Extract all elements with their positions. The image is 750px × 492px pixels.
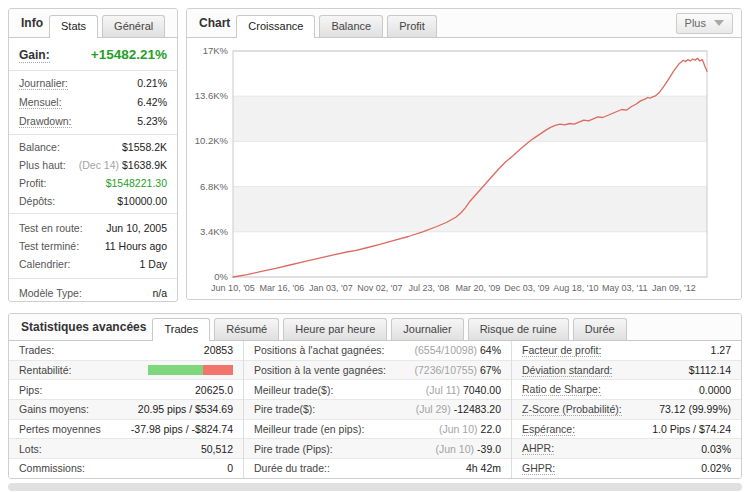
info-row-value: 5.23% <box>137 115 167 127</box>
info-row-label: Test terminé: <box>19 240 79 252</box>
stat-row-label: Pips: <box>19 384 42 396</box>
value-text: 1.0 Pips / $74.24 <box>652 423 731 435</box>
info-stats-list: Journalier:0.21%Mensuel:6.42%Drawdown:5.… <box>9 70 177 302</box>
info-row-value: 11 Hours ago <box>105 240 167 252</box>
value-text: 1 Day <box>140 258 167 270</box>
value-text: -39.0 <box>477 443 501 455</box>
stat-row-label: Meilleur trade($): <box>254 384 333 396</box>
stat-row-label[interactable]: Espérance: <box>522 423 575 436</box>
info-row-label[interactable]: Journalier: <box>19 77 68 90</box>
value-text: -12483.20 <box>454 403 501 415</box>
plus-dropdown-button[interactable]: Plus <box>676 13 733 34</box>
stat-row-label: Durée du trade:: <box>254 462 330 474</box>
chart-panel-header: Chart CroissanceBalanceProfit Plus <box>187 9 741 38</box>
tab-dur-e[interactable]: Durée <box>573 318 627 340</box>
tab-g-n-ral[interactable]: Général <box>102 15 165 37</box>
value-text: 0.03% <box>701 443 731 455</box>
info-panel-header: Info StatsGénéral <box>9 9 177 38</box>
value-text: 7040.00 <box>463 384 501 396</box>
info-row: Plus haut:(Dec 14)$1638.9K <box>9 156 177 174</box>
info-row: Profit:$1548221.30 <box>9 174 177 192</box>
stat-row-label: Pire trade($): <box>254 403 315 415</box>
info-row-label[interactable]: Drawdown: <box>19 115 72 128</box>
value-text: 73.12 (99.99%) <box>659 403 731 415</box>
info-row-value: 6.42% <box>137 96 167 108</box>
info-row-label: Balance: <box>19 141 60 153</box>
y-axis-tick: 3.4K% <box>200 226 229 237</box>
stat-row-value: 20625.0 <box>195 384 233 396</box>
tab-profit[interactable]: Profit <box>387 15 437 37</box>
stat-row-label[interactable]: AHPR: <box>522 442 554 455</box>
info-row: Balance:$1558.2K <box>9 138 177 156</box>
stats-panel-header: Statistiques avancées TradesRésuméHeure … <box>9 314 741 341</box>
value-text: $1548221.30 <box>106 177 167 189</box>
value-text: $1112.14 <box>689 364 731 376</box>
x-axis-tick: Dec 03, '09 <box>504 283 549 293</box>
info-row: Drawdown:5.23% <box>9 112 177 131</box>
value-text: 6.42% <box>137 96 167 108</box>
profitability-bar <box>148 365 233 375</box>
stat-row: Meilleur trade (en pips):(Jun 10)22.0 <box>244 420 511 440</box>
tab-croissance[interactable]: Croissance <box>236 15 315 38</box>
x-axis-tick: Mar 16, '06 <box>260 283 305 293</box>
value-text: 5.23% <box>137 115 167 127</box>
stat-row-label[interactable]: Z-Score (Probabilité): <box>522 403 622 416</box>
info-row-value: $1548221.30 <box>106 177 167 189</box>
stat-row-label: Rentabilité: <box>19 364 72 376</box>
value-date-prefix: (Dec 14) <box>79 159 119 171</box>
stat-row-label: Positions à l'achat gagnées: <box>254 344 384 356</box>
info-row-value: 1 Day <box>140 258 167 270</box>
tab-heure-par-heure[interactable]: Heure par heure <box>283 318 387 340</box>
stat-row-label[interactable]: Déviation standard: <box>522 364 612 377</box>
stats-column: Facteur de profit:1.27Déviation standard… <box>512 341 741 479</box>
value-text: 20853 <box>204 344 233 356</box>
value-text: -37.98 pips / -$824.74 <box>131 423 233 435</box>
plot-band <box>233 187 707 232</box>
horizontal-scrollbar[interactable] <box>8 483 742 491</box>
info-tabs: StatsGénéral <box>49 15 165 37</box>
value-text: 0.0000 <box>699 384 731 396</box>
y-axis-tick: 0% <box>214 271 228 282</box>
stats-table: Trades:20853Rentabilité:Pips:20625.0Gain… <box>9 341 741 479</box>
tab-trades[interactable]: Trades <box>152 318 210 341</box>
gain-label[interactable]: Gain: <box>19 48 50 63</box>
info-panel: Info StatsGénéral Gain: +15482.21% Journ… <box>8 8 178 302</box>
tab-risque-de-ruine[interactable]: Risque de ruine <box>468 318 569 340</box>
info-row-value: $1558.2K <box>122 141 167 153</box>
stat-row-label: Position à la vente gagnées: <box>254 364 386 376</box>
value-text: $1638.9K <box>122 159 167 171</box>
plot-background <box>233 51 707 277</box>
stat-row: Pips:20625.0 <box>9 380 243 400</box>
x-axis-tick: Jan 09, '12 <box>652 283 696 293</box>
stat-row: Pire trade (Pips):(Jun 10)-39.0 <box>244 439 511 459</box>
gain-row: Gain: +15482.21% <box>9 38 177 70</box>
stat-row-label[interactable]: Facteur de profit: <box>522 344 601 357</box>
info-row-label[interactable]: Mensuel: <box>19 96 62 109</box>
info-row: Test en route:Jun 10, 2005 <box>9 219 177 237</box>
tab-balance[interactable]: Balance <box>319 15 383 37</box>
stat-row-label: Meilleur trade (en pips): <box>254 423 364 435</box>
stat-row: Lots:50,512 <box>9 439 243 459</box>
tab-stats[interactable]: Stats <box>49 15 98 38</box>
tab-journalier[interactable]: Journalier <box>391 318 463 340</box>
tab-r-sum-[interactable]: Résumé <box>214 318 279 340</box>
stat-row-label[interactable]: GHPR: <box>522 462 555 475</box>
info-row-value: Jun 10, 2005 <box>106 222 167 234</box>
value-text: 0.02% <box>701 462 731 474</box>
value-text: 1.27 <box>711 344 731 356</box>
stat-row: Pire trade($):(Jul 29)-12483.20 <box>244 400 511 420</box>
info-row-label: Dépôts: <box>19 195 55 207</box>
stat-row-label[interactable]: Ratio de Sharpe: <box>522 383 601 396</box>
stat-row: Pertes moyennes-37.98 pips / -$824.74 <box>9 420 243 440</box>
stat-row-value: (Jun 10)-39.0 <box>436 443 501 455</box>
stat-row-value: (6554/10098)64% <box>415 344 501 356</box>
stat-row: Position à la vente gagnées:(7236/10755)… <box>244 361 511 381</box>
stats-column: Trades:20853Rentabilité:Pips:20625.0Gain… <box>9 341 243 479</box>
chevron-down-icon <box>714 20 724 26</box>
stat-row-value: (7236/10755)67% <box>415 364 501 376</box>
value-text: 4h 42m <box>466 462 501 474</box>
info-row-label: Plus haut: <box>19 159 66 171</box>
info-row: Test terminé:11 Hours ago <box>9 237 177 255</box>
stat-row: Rentabilité: <box>9 361 243 381</box>
value-text: 0.21% <box>137 77 167 89</box>
